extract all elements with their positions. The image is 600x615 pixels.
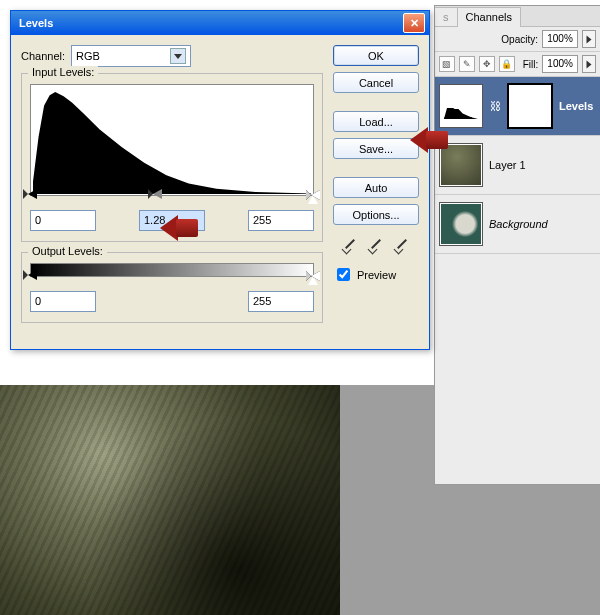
fill-field[interactable]: 100% bbox=[542, 55, 578, 73]
white-point-slider[interactable] bbox=[312, 194, 314, 196]
tab-channels[interactable]: Channels bbox=[458, 7, 521, 27]
opacity-field[interactable]: 100% bbox=[542, 30, 578, 48]
input-levels-label: Input Levels: bbox=[28, 66, 98, 78]
tab-layers-cropped[interactable]: s bbox=[435, 7, 458, 27]
layer-row-layer1[interactable]: Layer 1 bbox=[435, 136, 600, 195]
output-levels-label: Output Levels: bbox=[28, 245, 107, 257]
lock-brush-icon[interactable]: ✎ bbox=[459, 56, 475, 72]
close-icon: ✕ bbox=[410, 17, 419, 30]
annotation-arrow-gamma bbox=[160, 215, 198, 241]
layer-name: Layer 1 bbox=[489, 159, 526, 171]
lock-all-icon[interactable]: 🔒 bbox=[499, 56, 515, 72]
output-white-slider[interactable] bbox=[312, 275, 314, 277]
save-button[interactable]: Save... bbox=[333, 138, 419, 159]
load-button[interactable]: Load... bbox=[333, 111, 419, 132]
layer-name: Levels bbox=[559, 100, 593, 112]
histogram bbox=[30, 84, 314, 196]
black-eyedropper-icon[interactable] bbox=[341, 237, 359, 255]
layer-thumb bbox=[439, 202, 483, 246]
eyedropper-row bbox=[333, 237, 419, 255]
input-black-field[interactable]: 0 bbox=[30, 210, 96, 231]
layers-panel: s Channels Opacity: 100% ▧ ✎ ✥ 🔒 Fill: 1… bbox=[434, 5, 600, 485]
output-levels-group: Output Levels: 0 255 bbox=[21, 252, 323, 323]
input-white-field[interactable]: 255 bbox=[248, 210, 314, 231]
input-slider-track[interactable] bbox=[32, 198, 312, 204]
options-button[interactable]: Options... bbox=[333, 204, 419, 225]
preview-checkbox[interactable]: Preview bbox=[333, 265, 419, 284]
ok-button[interactable]: OK bbox=[333, 45, 419, 66]
layer-name: Background bbox=[489, 218, 548, 230]
channel-value: RGB bbox=[76, 50, 100, 62]
chevron-down-icon bbox=[170, 48, 186, 64]
lock-move-icon[interactable]: ✥ bbox=[479, 56, 495, 72]
opacity-label: Opacity: bbox=[501, 34, 538, 45]
lock-transparency-icon[interactable]: ▧ bbox=[439, 56, 455, 72]
output-white-field[interactable]: 255 bbox=[248, 291, 314, 312]
output-slider-track[interactable] bbox=[32, 279, 312, 285]
fill-flyout[interactable] bbox=[582, 55, 596, 73]
levels-dialog: Levels ✕ Channel: RGB Input Levels: bbox=[10, 10, 430, 350]
opacity-flyout[interactable] bbox=[582, 30, 596, 48]
link-icon[interactable]: ⛓ bbox=[489, 100, 501, 112]
layer-row-levels[interactable]: ⛓ Levels bbox=[435, 77, 600, 136]
close-button[interactable]: ✕ bbox=[403, 13, 425, 33]
annotation-arrow-thumb bbox=[410, 127, 448, 153]
channel-label: Channel: bbox=[21, 50, 65, 62]
channel-select[interactable]: RGB bbox=[71, 45, 191, 67]
dialog-title: Levels bbox=[15, 17, 403, 29]
output-black-field[interactable]: 0 bbox=[30, 291, 96, 312]
preview-check-input[interactable] bbox=[337, 268, 350, 281]
canvas-image bbox=[0, 385, 340, 615]
white-eyedropper-icon[interactable] bbox=[393, 237, 411, 255]
cancel-button[interactable]: Cancel bbox=[333, 72, 419, 93]
titlebar[interactable]: Levels ✕ bbox=[11, 11, 429, 35]
gray-eyedropper-icon[interactable] bbox=[367, 237, 385, 255]
preview-label: Preview bbox=[357, 269, 396, 281]
auto-button[interactable]: Auto bbox=[333, 177, 419, 198]
layer-row-background[interactable]: Background bbox=[435, 195, 600, 254]
fill-label: Fill: bbox=[523, 59, 539, 70]
layer-mask-thumb[interactable] bbox=[507, 83, 553, 129]
output-gradient bbox=[30, 263, 314, 277]
adjustment-thumb-icon bbox=[439, 84, 483, 128]
